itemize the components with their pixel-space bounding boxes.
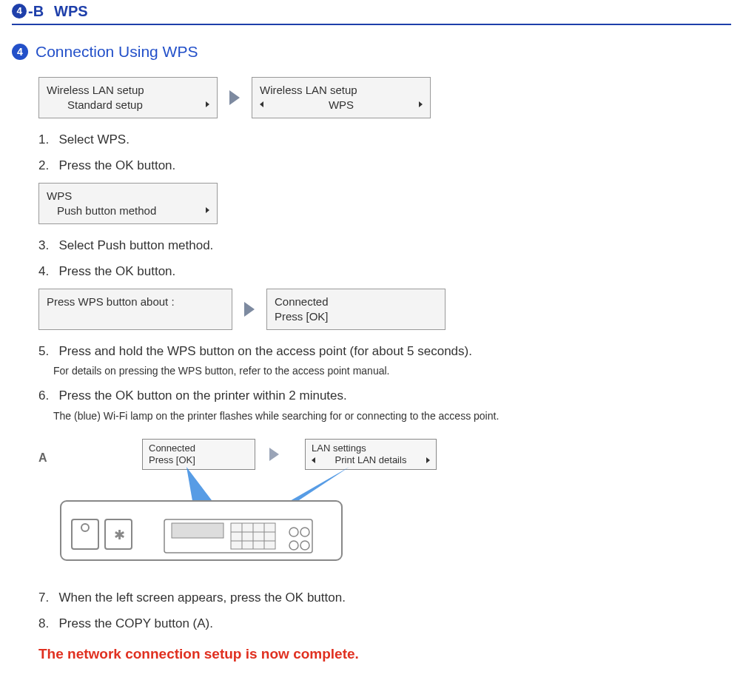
completion-message: The network connection setup is now comp…	[38, 644, 731, 665]
svg-text:✱: ✱	[114, 528, 125, 542]
step-8: 8. Press the COPY button (A).	[38, 614, 731, 633]
arrow-icon	[229, 90, 240, 105]
step-5-note: For details on pressing the WPS button, …	[38, 363, 731, 379]
lcd-line2: Push button method	[47, 203, 156, 218]
lcd-wps-push: WPS Push button method	[38, 183, 218, 224]
step-number-circle: 4	[12, 44, 28, 60]
lcd-line1: Wireless LAN setup	[47, 83, 209, 98]
callout-arrow	[269, 448, 279, 466]
step-text: Press the OK button on the printer withi…	[58, 388, 346, 403]
lcd-row-2: WPS Push button method	[38, 183, 731, 224]
lcd-line1: Press WPS button about :	[47, 295, 224, 309]
arrow-icon	[244, 302, 255, 317]
triangle-left-icon	[312, 457, 315, 463]
section-title: WPS	[54, 0, 88, 22]
step-text: Select Push button method.	[58, 238, 213, 252]
lcd-line2: WPS	[329, 98, 354, 112]
lcd-wireless-standard: Wireless LAN setup Standard setup	[38, 77, 218, 118]
badge-4b: 4-B	[12, 0, 44, 22]
callout-label-A: A	[38, 449, 47, 467]
callout-line2: Press [OK]	[149, 454, 249, 466]
triangle-left-icon	[260, 101, 263, 107]
lcd-wireless-wps: Wireless LAN setup WPS	[252, 77, 431, 118]
section-header-4b: 4-B WPS	[12, 0, 731, 25]
printer-illustration: ✱	[53, 479, 349, 568]
callout-line1: LAN settings	[312, 442, 430, 454]
step-6-note: The (blue) Wi-Fi lamp on the printer fla…	[38, 408, 731, 424]
step-text: Press the OK button.	[58, 264, 175, 278]
step-7: 7. When the left screen appears, press t…	[38, 588, 731, 608]
lcd-row-3: Press WPS button about : Connected Press…	[38, 289, 731, 330]
lcd-line2: Standard setup	[47, 98, 143, 112]
badge-suffix: -B	[28, 0, 44, 22]
lcd-line1: Wireless LAN setup	[260, 83, 423, 98]
step-text: Press and hold the WPS button on the acc…	[58, 344, 472, 358]
step-3: 3. Select Push button method.	[38, 236, 731, 255]
printer-figure: A Connected Press [OK] LAN settings Prin…	[38, 434, 453, 575]
lcd-press-wps: Press WPS button about :	[38, 289, 232, 330]
callout-lcd-lan-settings: LAN settings Print LAN details	[305, 439, 437, 471]
lcd-connected: Connected Press [OK]	[266, 289, 446, 330]
triangle-right-icon	[206, 207, 209, 213]
step-text: Press the COPY button (A).	[58, 616, 213, 630]
step-5: 5. Press and hold the WPS button on the …	[38, 342, 731, 380]
lcd-line1: Connected	[275, 295, 437, 309]
step-6: 6. Press the OK button on the printer wi…	[38, 386, 731, 424]
callout-line1: Connected	[149, 442, 249, 454]
triangle-right-icon	[419, 101, 423, 107]
callout-lcd-connected: Connected Press [OK]	[142, 439, 255, 471]
step-title: Connection Using WPS	[36, 40, 198, 64]
badge-number-circle: 4	[12, 4, 27, 18]
callout-line2: Print LAN details	[335, 454, 407, 466]
step-4: 4. Press the OK button.	[38, 262, 731, 281]
step-header: 4 Connection Using WPS	[12, 40, 731, 64]
step-text: Select WPS.	[58, 132, 129, 147]
step-1: 1. Select WPS.	[38, 130, 731, 149]
lcd-line2: Press [OK]	[275, 309, 437, 324]
step-text: Press the OK button.	[58, 158, 175, 172]
lcd-row-1: Wireless LAN setup Standard setup Wirele…	[38, 77, 731, 118]
step-text: When the left screen appears, press the …	[58, 590, 345, 605]
svg-rect-8	[172, 523, 223, 538]
triangle-right-icon	[206, 101, 209, 107]
lcd-line1: WPS	[47, 189, 209, 203]
step-2: 2. Press the OK button.	[38, 156, 731, 175]
triangle-right-icon	[426, 457, 430, 463]
